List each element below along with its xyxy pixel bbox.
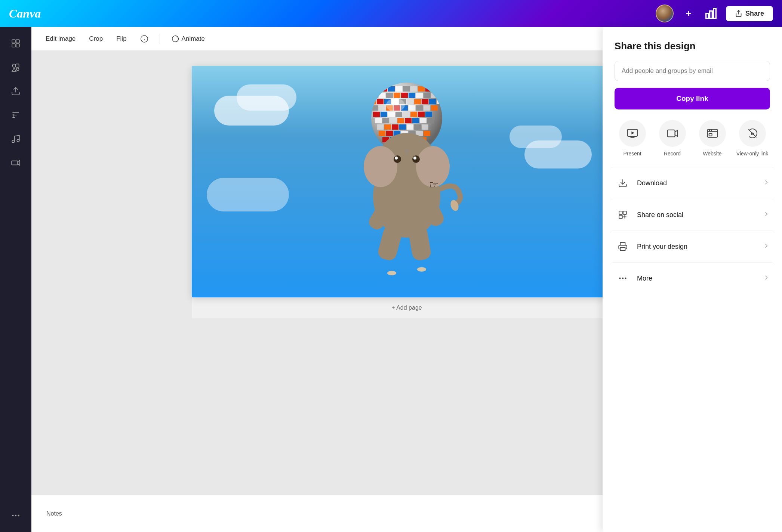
- toolbar-divider: [160, 34, 160, 44]
- svg-rect-83: [386, 131, 393, 136]
- share-button[interactable]: Share: [726, 6, 773, 21]
- svg-rect-55: [409, 105, 415, 111]
- copy-link-button[interactable]: Copy link: [615, 88, 770, 109]
- svg-rect-123: [619, 211, 622, 214]
- svg-rect-58: [431, 105, 438, 111]
- uploads-icon: [11, 86, 21, 96]
- more-dots-share-icon: [615, 270, 631, 287]
- stats-button[interactable]: [704, 6, 718, 21]
- svg-point-128: [622, 278, 624, 279]
- quick-share-view-only[interactable]: View-only link: [735, 120, 770, 157]
- flip-label: Flip: [116, 35, 126, 43]
- flip-button[interactable]: Flip: [111, 32, 132, 46]
- svg-rect-45: [407, 99, 413, 104]
- svg-rect-77: [392, 124, 398, 130]
- sidebar-item-elements[interactable]: [5, 57, 26, 78]
- copy-link-label: Copy link: [676, 95, 708, 102]
- svg-point-98: [364, 146, 397, 187]
- svg-rect-79: [407, 124, 413, 130]
- header-right: + Share: [656, 4, 773, 22]
- templates-icon: [11, 38, 21, 48]
- logo: Canva: [9, 7, 41, 21]
- download-label: Download: [637, 179, 763, 187]
- share-panel: Share this design Copy link Present: [603, 27, 782, 532]
- svg-rect-74: [427, 118, 434, 123]
- audio-icon: [11, 134, 21, 144]
- quick-share-present[interactable]: Present: [615, 120, 650, 157]
- record-icon: [666, 127, 678, 139]
- svg-point-99: [416, 146, 450, 187]
- sidebar-item-more[interactable]: [5, 505, 26, 526]
- quick-share-website[interactable]: Website: [695, 120, 730, 157]
- svg-rect-66: [425, 112, 432, 117]
- quick-share-record[interactable]: Record: [655, 120, 690, 157]
- sidebar-item-templates[interactable]: [5, 33, 26, 54]
- sidebar-item-uploads[interactable]: [5, 81, 26, 102]
- svg-rect-121: [709, 133, 712, 136]
- svg-rect-81: [422, 124, 428, 130]
- svg-point-103: [413, 157, 416, 160]
- svg-rect-65: [418, 112, 425, 117]
- download-option[interactable]: Download: [610, 167, 775, 199]
- svg-rect-67: [375, 118, 382, 123]
- svg-rect-75: [377, 124, 384, 130]
- svg-rect-12: [12, 161, 18, 165]
- svg-rect-118: [667, 130, 675, 137]
- svg-rect-6: [16, 44, 19, 47]
- record-icon-container: [659, 120, 686, 147]
- print-chevron: [763, 242, 770, 251]
- svg-rect-78: [399, 124, 406, 130]
- svg-marker-117: [631, 132, 634, 134]
- add-page-label: + Add page: [391, 304, 422, 311]
- svg-point-101: [412, 155, 420, 163]
- share-social-option[interactable]: Share on social: [610, 199, 775, 231]
- share-social-chevron: [763, 210, 770, 219]
- sidebar-item-text[interactable]: T: [5, 105, 26, 126]
- svg-rect-4: [16, 40, 19, 43]
- view-only-label: View-only link: [736, 151, 768, 157]
- svg-rect-33: [386, 93, 393, 98]
- present-icon: [626, 127, 638, 139]
- svg-line-122: [748, 129, 756, 137]
- canvas-content[interactable]: [192, 66, 622, 297]
- more-chevron: [763, 274, 770, 283]
- view-only-icon: [746, 127, 758, 139]
- svg-rect-32: [379, 93, 385, 98]
- more-dots-icon: [11, 511, 21, 520]
- more-option[interactable]: More: [610, 262, 775, 294]
- more-label: More: [637, 275, 763, 282]
- main-illustration: [276, 66, 538, 297]
- add-page-button[interactable]: + Add page: [192, 297, 622, 318]
- svg-marker-13: [18, 161, 19, 166]
- svg-rect-28: [410, 86, 417, 92]
- view-only-icon-container: [739, 120, 766, 147]
- svg-rect-50: [371, 105, 378, 111]
- svg-point-102: [395, 157, 398, 160]
- svg-point-109: [387, 271, 396, 275]
- add-button[interactable]: +: [681, 6, 696, 21]
- svg-rect-125: [619, 215, 622, 219]
- print-option[interactable]: Print your design: [610, 231, 775, 262]
- edit-image-button[interactable]: Edit image: [40, 32, 81, 46]
- avatar[interactable]: [656, 4, 674, 22]
- svg-point-129: [625, 278, 626, 279]
- share-social-icon: [615, 207, 631, 223]
- download-icon: [615, 175, 631, 191]
- svg-rect-31: [371, 93, 378, 98]
- animate-button[interactable]: Animate: [166, 32, 210, 46]
- svg-rect-2: [714, 9, 716, 19]
- svg-rect-3: [12, 40, 15, 43]
- svg-rect-60: [381, 112, 387, 117]
- email-input[interactable]: [615, 61, 770, 81]
- svg-rect-69: [390, 118, 397, 123]
- svg-rect-51: [379, 105, 385, 111]
- sidebar-item-video[interactable]: [5, 152, 26, 173]
- svg-rect-68: [382, 118, 389, 123]
- svg-rect-126: [621, 247, 625, 251]
- crop-button[interactable]: Crop: [84, 32, 108, 46]
- svg-rect-5: [12, 44, 15, 47]
- info-button[interactable]: [135, 32, 154, 46]
- header: Canva + Share: [0, 0, 782, 27]
- sidebar-item-audio[interactable]: [5, 129, 26, 149]
- svg-rect-71: [405, 118, 412, 123]
